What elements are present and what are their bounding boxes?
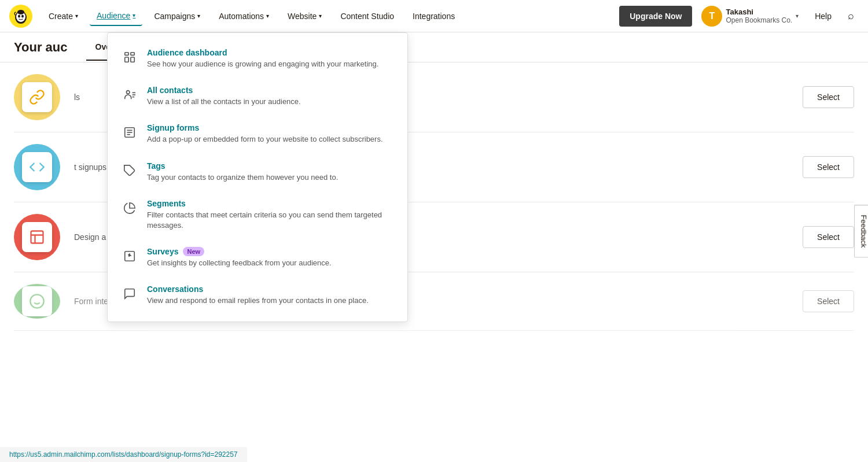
dropdown-desc: Add a pop-up or embedded form to your we… <box>147 134 393 145</box>
mailchimp-logo[interactable] <box>9 5 32 28</box>
nav-audience[interactable]: Audience ▾ <box>90 6 142 26</box>
chevron-down-icon: ▾ <box>319 13 322 19</box>
user-company: Open Bookmarks Co. <box>726 16 792 24</box>
select-button[interactable]: Select <box>803 86 854 108</box>
dropdown-desc: Filter contacts that meet certain criter… <box>147 210 393 231</box>
chevron-down-icon: ▾ <box>266 13 269 19</box>
dropdown-title: Segments <box>147 199 393 208</box>
tags-icon <box>122 162 138 179</box>
svg-rect-11 <box>131 53 134 56</box>
svg-point-4 <box>21 14 24 17</box>
svg-rect-10 <box>125 53 128 56</box>
svg-rect-12 <box>131 57 134 62</box>
dropdown-title: Signup forms <box>147 123 393 132</box>
new-badge: New <box>183 247 204 256</box>
conversations-icon <box>122 286 138 302</box>
svg-point-3 <box>18 14 20 17</box>
select-button[interactable]: Select <box>803 290 854 312</box>
dropdown-desc: View a list of all the contacts in your … <box>147 97 393 107</box>
nav-automations[interactable]: Automations ▾ <box>212 7 276 25</box>
dropdown-title: Tags <box>147 161 393 171</box>
segments-icon <box>122 200 138 216</box>
audience-dropdown: Audience dashboard See how your audience… <box>107 32 408 322</box>
nav-website[interactable]: Website ▾ <box>281 7 329 25</box>
dropdown-desc: Get insights by collecting feedback from… <box>147 258 393 268</box>
svg-point-7 <box>30 294 43 308</box>
nav-integrations[interactable]: Integrations <box>406 7 462 25</box>
nav-create[interactable]: Create ▾ <box>42 7 85 25</box>
card-icon-yellow <box>14 74 60 120</box>
dropdown-desc: See how your audience is growing and eng… <box>147 59 393 69</box>
search-icon[interactable]: ⌕ <box>843 5 859 27</box>
user-name: Takashi <box>726 8 792 16</box>
select-button[interactable]: Select <box>803 226 854 248</box>
nav-campaigns[interactable]: Campaigns ▾ <box>147 7 207 25</box>
help-link[interactable]: Help <box>808 7 838 25</box>
dropdown-title: Conversations <box>147 284 393 294</box>
chevron-down-icon: ▾ <box>796 13 799 19</box>
dropdown-item-tags[interactable]: Tags Tag your contacts to organize them … <box>108 153 407 191</box>
feedback-tab[interactable]: Feedback <box>854 205 868 257</box>
svg-rect-6 <box>31 231 43 243</box>
chevron-down-icon: ▾ <box>75 13 78 19</box>
contacts-icon <box>122 87 138 103</box>
dropdown-item-segments[interactable]: Segments Filter contacts that meet certa… <box>108 191 407 239</box>
forms-icon <box>122 124 138 141</box>
dropdown-item-surveys[interactable]: Surveys New Get insights by collecting f… <box>108 239 407 276</box>
dropdown-title: Surveys New <box>147 247 393 256</box>
dropdown-item-audience-dashboard[interactable]: Audience dashboard See how your audience… <box>108 40 407 77</box>
svg-point-14 <box>127 91 130 94</box>
page-title: Your auc <box>14 32 68 63</box>
dropdown-title: All contacts <box>147 86 393 95</box>
dropdown-title: Audience dashboard <box>147 48 393 57</box>
chevron-down-icon: ▾ <box>197 13 200 19</box>
status-bar: https://us5.admin.mailchimp.com/lists/da… <box>0 447 247 462</box>
card-icon-red <box>14 214 60 260</box>
dashboard-icon <box>122 49 138 65</box>
svg-point-5 <box>17 10 24 14</box>
svg-rect-13 <box>125 57 128 62</box>
surveys-icon <box>122 248 138 264</box>
card-icon-green <box>14 284 60 319</box>
avatar: T <box>701 6 722 27</box>
dropdown-item-all-contacts[interactable]: All contacts View a list of all the cont… <box>108 77 407 115</box>
chevron-down-icon: ▾ <box>133 12 135 19</box>
top-navigation: Create ▾ Audience ▾ Campaigns ▾ Automati… <box>0 0 868 32</box>
upgrade-button[interactable]: Upgrade Now <box>619 6 692 27</box>
dropdown-desc: View and respond to email replies from y… <box>147 295 393 306</box>
nav-content-studio[interactable]: Content Studio <box>333 7 401 25</box>
dropdown-desc: Tag your contacts to organize them howev… <box>147 172 393 183</box>
dropdown-item-signup-forms[interactable]: Signup forms Add a pop-up or embedded fo… <box>108 115 407 153</box>
card-icon-blue <box>14 144 60 190</box>
dropdown-item-conversations[interactable]: Conversations View and respond to email … <box>108 276 407 314</box>
user-menu[interactable]: T Takashi Open Bookmarks Co. ▾ <box>697 3 803 29</box>
select-button[interactable]: Select <box>803 156 854 178</box>
